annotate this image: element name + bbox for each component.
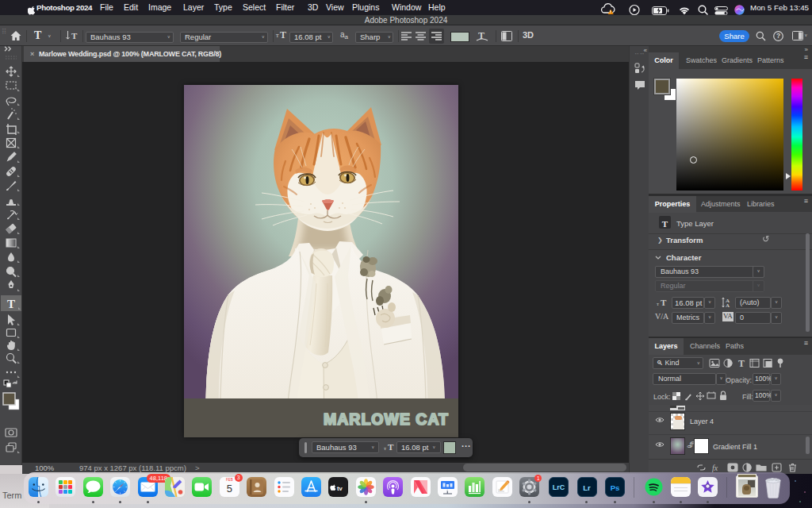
svg-text:T: T — [7, 298, 15, 310]
svg-text:?: ? — [776, 32, 780, 40]
svg-text:A: A — [726, 302, 730, 308]
svg-text:fx: fx — [712, 464, 718, 472]
svg-text:MARLOWE CAT: MARLOWE CAT — [324, 410, 449, 428]
svg-text:T: T — [71, 31, 78, 40]
svg-text:tv: tv — [337, 485, 343, 492]
svg-text:T: T — [738, 358, 745, 369]
